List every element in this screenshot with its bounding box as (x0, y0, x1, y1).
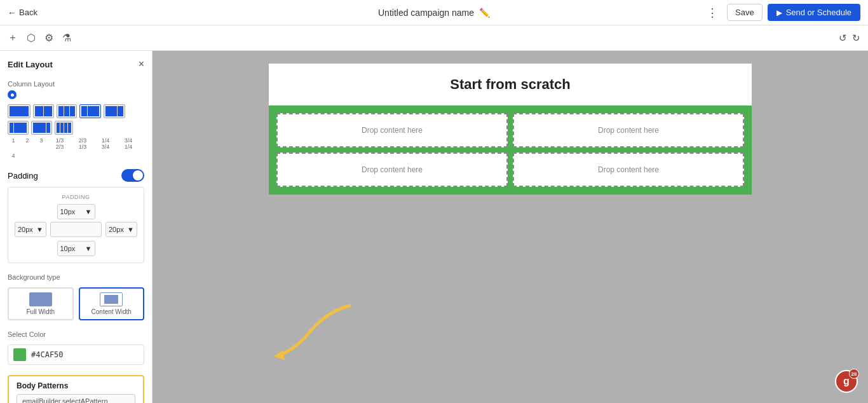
notification-count: 28 (849, 369, 859, 379)
layout-label-1-2: 1/32/3 (50, 137, 70, 150)
add-tool-icon[interactable]: ＋ (8, 31, 18, 44)
padding-left-arrow: ▼ (36, 226, 43, 233)
column-layout-label: Column Layout (0, 75, 152, 90)
panel-title: Edit Layout (8, 60, 53, 69)
layout-option-1-2col[interactable] (79, 104, 101, 118)
layout-col-1-2a (81, 106, 87, 116)
layout-label-1-3: 1/43/4 (95, 137, 116, 150)
bg-content-width-option[interactable]: Content Width (79, 287, 145, 320)
send-or-schedule-button[interactable]: ▶ Send or Schedule (768, 4, 860, 21)
layout-col-3a (58, 106, 64, 116)
radio-selected[interactable] (8, 90, 17, 99)
layout-label-3: 3 (36, 137, 47, 150)
drop-zone-4[interactable]: Drop content here (513, 153, 744, 187)
close-panel-button[interactable]: × (139, 58, 144, 70)
padding-header: Padding (8, 169, 144, 182)
bg-type-options: Full Width Content Width (8, 287, 144, 320)
radio-inner (11, 93, 14, 97)
drop-zone-1[interactable]: Drop content here (276, 113, 508, 147)
more-options-button[interactable]: ⋮ (703, 3, 722, 22)
padding-right-input[interactable]: 20px ▼ (105, 222, 137, 237)
padding-box-label: PADDING (15, 194, 137, 200)
color-section: Select Color #4CAF50 (0, 325, 152, 370)
body-patterns-title: Body Patterns (17, 381, 135, 390)
campaign-name: Untitled campaign name (378, 8, 474, 18)
redo-button[interactable]: ↻ (852, 32, 860, 44)
bg-full-width-icon (29, 292, 52, 306)
bg-type-section: Background type Full Width Content Width (0, 268, 152, 325)
secondary-toolbar: ＋ ⬡ ⚙ ⚗ ↺ ↻ (0, 25, 868, 51)
bg-type-label: Background type (8, 273, 144, 283)
layout-options (8, 104, 144, 135)
email-row-2: Drop content here Drop content here (276, 153, 744, 187)
layout-col-1 (10, 106, 29, 116)
bg-content-width-inner (104, 295, 118, 304)
layout-label-4: 4 (8, 153, 19, 159)
padding-bottom-value: 10px (60, 245, 76, 252)
back-button[interactable]: ← Back (8, 8, 37, 18)
layout-col-3b (64, 106, 69, 116)
layout-col-4b (60, 123, 64, 133)
padding-center-box (50, 222, 102, 237)
email-row-1: Drop content here Drop content here (276, 113, 744, 147)
bg-content-width-label: Content Width (92, 308, 132, 315)
send-label: Send or Schedule (786, 8, 851, 17)
bg-full-width-option[interactable]: Full Width (8, 287, 74, 320)
edit-campaign-name-icon[interactable]: ✏️ (479, 8, 490, 18)
padding-top-input[interactable]: 10px ▼ (57, 204, 95, 219)
layout-option-3-1col[interactable] (31, 121, 52, 135)
bg-full-width-label: Full Width (27, 308, 55, 315)
back-arrow-icon: ← (8, 8, 17, 18)
notification-letter: g (843, 376, 850, 387)
layout-option-2-1col[interactable] (104, 104, 125, 118)
top-bar: ← Back Untitled campaign name ✏️ ⋮ Save … (0, 0, 868, 25)
filter-tool-icon[interactable]: ⚙ (44, 32, 53, 44)
top-bar-right: ⋮ Save ▶ Send or Schedule (703, 3, 860, 22)
layout-option-1-3col[interactable] (8, 121, 29, 135)
padding-left-input[interactable]: 20px ▼ (15, 222, 46, 237)
pattern-select-button[interactable]: emailBuilder.selectAPattern (17, 394, 135, 403)
padding-box: PADDING 10px ▼ 20px ▼ 20px ▼ (8, 187, 144, 263)
user-tool-icon[interactable]: ⚗ (62, 32, 71, 44)
layout-col-1-3a (10, 123, 13, 133)
notification-badge[interactable]: g 28 (835, 370, 858, 393)
layout-label-2: 2 (22, 137, 33, 150)
layout-col-2-1a (105, 106, 117, 116)
padding-toggle[interactable] (121, 169, 144, 182)
padding-top-row: 10px ▼ (15, 204, 137, 219)
drop-zone-3[interactable]: Drop content here (276, 153, 508, 187)
save-button[interactable]: Save (727, 4, 763, 21)
padding-section: Padding PADDING 10px ▼ 20px ▼ (0, 164, 152, 268)
layout-option-4col[interactable] (55, 121, 73, 135)
undo-redo-area: ↺ ↻ (839, 32, 860, 44)
body-patterns-section: Body Patterns emailBuilder.selectAPatter… (8, 375, 144, 403)
padding-bottom-input[interactable]: 10px ▼ (57, 241, 95, 256)
color-swatch (13, 348, 26, 361)
back-label: Back (19, 8, 37, 17)
left-panel: Edit Layout × Column Layout (0, 51, 153, 403)
select-color-label: Select Color (8, 331, 144, 341)
layout-option-1col[interactable] (8, 104, 31, 118)
layout-label-2-1: 2/31/3 (72, 137, 93, 150)
color-picker[interactable]: #4CAF50 (8, 345, 144, 365)
layout-option-3col[interactable] (57, 104, 77, 118)
main-layout: Edit Layout × Column Layout (0, 51, 868, 403)
layout-option-2col[interactable] (33, 104, 54, 118)
padding-top-value: 10px (60, 208, 76, 215)
layout-col-1-2b (88, 106, 99, 116)
layout-labels: 1 2 3 1/32/3 2/31/3 1/43/4 3/41/4 4 (8, 137, 144, 159)
column-layout-section: 1 2 3 1/32/3 2/31/3 1/43/4 3/41/4 4 (0, 90, 152, 164)
padding-right-value: 20px (109, 226, 124, 233)
layout-col-4d (68, 123, 71, 133)
layout-label-3-1: 3/41/4 (118, 137, 139, 150)
top-bar-left: ← Back (8, 8, 37, 18)
undo-button[interactable]: ↺ (839, 32, 847, 44)
padding-left-value: 20px (18, 226, 33, 233)
drop-zone-2[interactable]: Drop content here (513, 113, 744, 147)
padding-right-arrow: ▼ (127, 226, 134, 233)
canvas-title: Start from scratch (269, 64, 752, 106)
canvas-content: Start from scratch Drop content here Dro… (269, 64, 752, 390)
layers-tool-icon[interactable]: ⬡ (27, 32, 36, 44)
layout-col-3c (70, 106, 75, 116)
layout-col-1-3b (14, 123, 27, 133)
